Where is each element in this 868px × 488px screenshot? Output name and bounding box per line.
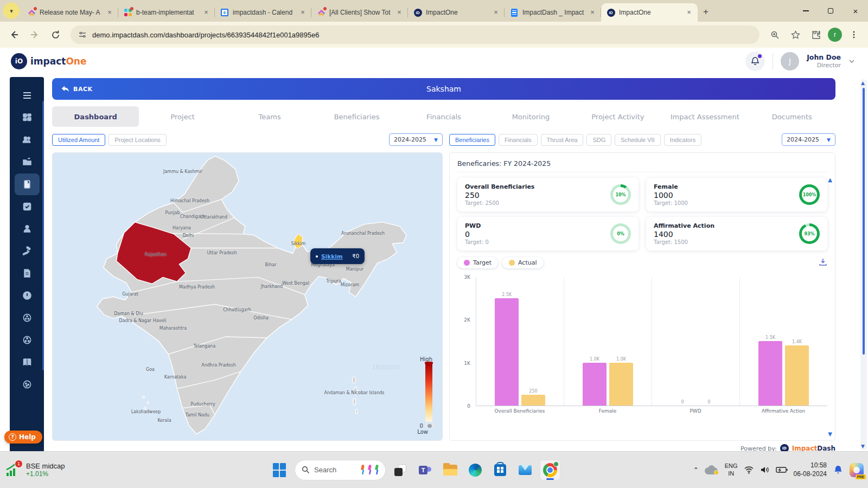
tab-close-button[interactable]: ×	[298, 8, 307, 17]
window-maximize-button[interactable]	[818, 0, 843, 22]
tray-expand-chevron[interactable]: ⌃	[693, 466, 699, 474]
sidebar-item-community-wheel[interactable]	[15, 329, 40, 351]
browser-tab-1[interactable]: Release note May- A×	[22, 3, 118, 22]
tab-monitoring[interactable]: Monitoring	[487, 106, 574, 127]
teams-app-button[interactable]: T	[415, 460, 436, 480]
volume-icon[interactable]	[760, 466, 770, 474]
filter-sdg[interactable]: SDG	[586, 134, 611, 146]
edge-browser-button[interactable]	[465, 460, 486, 480]
mail-app-button[interactable]	[515, 460, 535, 480]
sidebar-item-reports-bookmark[interactable]	[15, 174, 40, 195]
microsoft-store-button[interactable]	[490, 460, 510, 480]
tab-close-button[interactable]: ×	[202, 8, 210, 17]
legend-target[interactable]: Target	[457, 257, 498, 268]
browser-tab-6[interactable]: ImpactDash _ Impact×	[505, 3, 601, 22]
window-minimize-button[interactable]	[793, 0, 818, 22]
sidebar-item-web-globe[interactable]	[15, 374, 40, 395]
new-tab-button[interactable]: +	[703, 7, 709, 17]
filter-project-locations[interactable]: Project Locations	[108, 134, 166, 146]
sidebar-item-alert-circle[interactable]	[15, 285, 40, 306]
page-scrollbar[interactable]: ▲ ▼	[860, 79, 867, 450]
map-year-dropdown[interactable]: 2024-2025 ▼	[389, 133, 443, 146]
profile-chevron-down-icon[interactable]	[848, 58, 855, 65]
browser-profile-avatar[interactable]: r	[828, 28, 842, 42]
weather-cloud-icon[interactable]	[705, 465, 719, 475]
tab-close-button[interactable]: ×	[395, 8, 404, 17]
browser-menu-button[interactable]	[845, 26, 863, 43]
sidebar-item-library-book[interactable]	[15, 351, 40, 373]
browser-tab-7[interactable]: iDImpactOne×	[601, 3, 698, 22]
taskbar-stock-widget[interactable]: 1 BSE midcap +1.01%	[5, 462, 65, 478]
tab-search-chevron-icon[interactable]: ▾	[3, 3, 20, 19]
browser-tab-5[interactable]: iDImpactOne×	[408, 3, 505, 22]
panel-scroll-down-icon[interactable]: ▼	[828, 431, 832, 437]
filter-financials[interactable]: Financials	[499, 134, 538, 146]
bar[interactable]	[495, 298, 519, 406]
start-button[interactable]	[270, 460, 290, 480]
tab-project[interactable]: Project	[139, 106, 226, 127]
india-map[interactable]	[53, 153, 442, 441]
extensions-button[interactable]	[807, 26, 825, 43]
tab-project-activity[interactable]: Project Activity	[575, 106, 661, 127]
legend-slider-knob[interactable]	[425, 423, 435, 428]
notifications-button[interactable]	[745, 52, 765, 71]
help-button[interactable]: ? Help	[4, 431, 42, 444]
tray-notification-bell-icon[interactable]	[833, 465, 844, 476]
sidebar-item-hamburger-menu[interactable]	[15, 85, 40, 106]
bar[interactable]	[785, 345, 809, 406]
tab-teams[interactable]: Teams	[226, 106, 313, 127]
filter-beneficiaries[interactable]: Beneficiaries	[449, 134, 495, 146]
legend-actual[interactable]: Actual	[502, 257, 543, 268]
tab-documents[interactable]: Documents	[749, 106, 835, 127]
taskbar-search[interactable]: Search	[295, 460, 386, 480]
chrome-browser-button[interactable]	[540, 460, 560, 480]
tab-impact-assessment[interactable]: Impact Assessment	[661, 106, 748, 127]
panel-scroll-up-icon[interactable]: ▲	[828, 177, 832, 183]
taskbar-clock[interactable]: 10:58 06-08-2024	[794, 461, 827, 478]
tab-close-button[interactable]: ×	[105, 8, 114, 17]
filter-thrust-area[interactable]: Thrust Area	[541, 134, 584, 146]
stats-year-dropdown[interactable]: 2024-2025 ▼	[782, 133, 835, 146]
scrollbar-thumb[interactable]	[863, 88, 865, 355]
tooltip-state-link[interactable]: Sikkim	[321, 253, 343, 260]
sidebar-item-document[interactable]	[15, 262, 40, 284]
sidebar-item-tools-gavel[interactable]	[15, 240, 40, 262]
sidebar-item-tasks-check[interactable]	[15, 196, 40, 217]
filter-schedule-vii[interactable]: Schedule VII	[615, 134, 660, 146]
sidebar-item-team-users[interactable]	[15, 129, 40, 151]
bar[interactable]	[583, 363, 607, 406]
bar[interactable]	[758, 341, 782, 406]
task-view-button[interactable]	[390, 460, 411, 480]
window-close-button[interactable]: ×	[843, 0, 868, 22]
filter-indicators[interactable]: Indicators	[664, 134, 702, 146]
browser-tab-3[interactable]: 6impactdash - Calend×	[215, 3, 311, 22]
tab-financials[interactable]: Financials	[400, 106, 487, 127]
tab-beneficiaries[interactable]: Beneficiaries	[313, 106, 400, 127]
sidebar-item-profile-person[interactable]	[15, 218, 40, 240]
battery-icon[interactable]	[776, 466, 788, 473]
sidebar-scrollbar[interactable]	[42, 101, 44, 370]
tab-close-button[interactable]: ×	[685, 8, 693, 17]
tab-close-button[interactable]: ×	[492, 8, 500, 17]
browser-tab-4[interactable]: [All Clients] Show Tot×	[311, 3, 408, 22]
url-bar[interactable]: demo.impactdash.com/dashboard/projects/6…	[71, 25, 760, 44]
bar[interactable]	[521, 395, 545, 406]
sidebar-item-projects-folder[interactable]	[15, 151, 40, 173]
sidebar-item-dashboard-grid[interactable]	[15, 107, 40, 129]
zoom-button[interactable]	[766, 26, 783, 43]
forward-button[interactable]	[26, 26, 43, 43]
user-avatar[interactable]: J	[781, 52, 799, 70]
chart-download-button[interactable]	[819, 258, 827, 268]
file-explorer-button[interactable]	[440, 460, 461, 480]
bar[interactable]	[609, 363, 633, 406]
copilot-button[interactable]: PRE	[850, 463, 864, 477]
tab-dashboard[interactable]: Dashboard	[52, 106, 139, 127]
reload-button[interactable]	[47, 26, 64, 43]
impactone-logo[interactable]: iO impactOne	[11, 53, 86, 69]
sidebar-item-sdg-wheel[interactable]	[15, 307, 40, 329]
language-switcher[interactable]: ENGIN	[725, 463, 738, 478]
browser-tab-2[interactable]: b-team-implementat×	[118, 3, 215, 22]
wifi-icon[interactable]	[744, 466, 754, 474]
filter-utilized-amount[interactable]: Utilized Amount	[52, 134, 105, 146]
bookmark-button[interactable]	[787, 26, 804, 43]
